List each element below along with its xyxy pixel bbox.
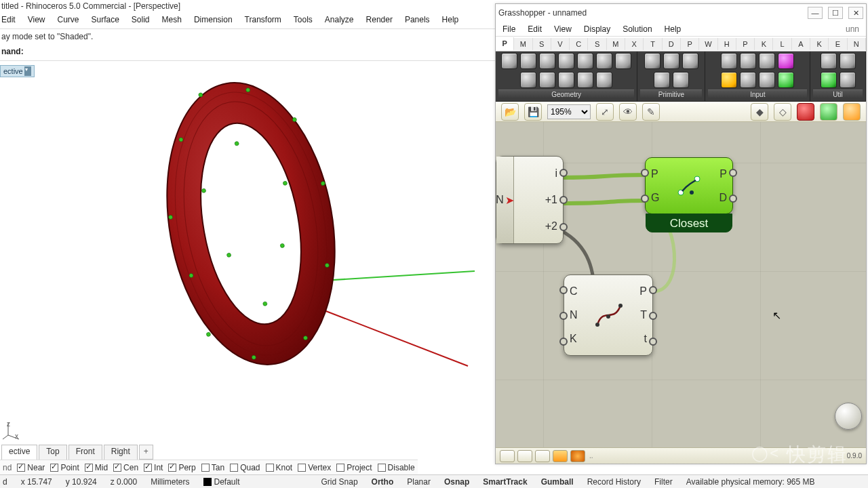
mini-button[interactable] xyxy=(500,450,515,462)
gh-menu-view[interactable]: View xyxy=(554,24,572,34)
ribbon-tool[interactable] xyxy=(821,72,837,88)
viewport-tab-perspective[interactable]: ective xyxy=(1,445,37,460)
ribbon-tool[interactable] xyxy=(615,53,631,69)
window-minimize-button[interactable]: — xyxy=(808,7,823,19)
ribbon-tool[interactable] xyxy=(663,53,679,69)
rhino-command-prompt[interactable]: nand: xyxy=(0,44,495,61)
viewport-tab-add[interactable]: + xyxy=(139,445,153,460)
ribbon-tool[interactable] xyxy=(539,53,555,69)
gh-titlebar[interactable]: Grasshopper - unnamed — ☐ ✕ xyxy=(496,4,866,22)
ribbon-tool[interactable] xyxy=(759,72,775,88)
ribbon-tool[interactable] xyxy=(778,72,794,88)
perspective-viewport[interactable] xyxy=(0,81,495,437)
menu-dimension[interactable]: Dimension xyxy=(194,15,233,24)
menu-edit[interactable]: Edit xyxy=(1,15,16,24)
ribbon-tool[interactable] xyxy=(840,72,856,88)
menu-mesh[interactable]: Mesh xyxy=(162,15,182,24)
osnap-vertex[interactable]: Vertex xyxy=(298,463,331,472)
sketch-button[interactable]: ✎ xyxy=(642,103,660,121)
gh-tab[interactable]: M xyxy=(514,38,532,50)
viewport-tab-top[interactable]: Top xyxy=(39,445,66,460)
osnap-knot[interactable]: Knot xyxy=(266,463,293,472)
gh-canvas[interactable]: N ➤ i +1 +2 P G P D xyxy=(496,122,866,450)
window-maximize-button[interactable]: ☐ xyxy=(828,7,843,19)
gh-tab[interactable]: C xyxy=(570,38,588,50)
output-plus1[interactable]: +1 xyxy=(528,194,557,206)
ribbon-tool[interactable] xyxy=(721,72,737,88)
toggle-osnap[interactable]: Osnap xyxy=(444,477,469,487)
preview-off-button[interactable] xyxy=(797,103,814,121)
ribbon-tool[interactable] xyxy=(539,72,555,88)
osnap-tan[interactable]: Tan xyxy=(201,463,224,472)
preview-mesh-button[interactable]: ◆ xyxy=(751,103,768,121)
viewport-tab-front[interactable]: Front xyxy=(68,445,102,460)
menu-panels[interactable]: Panels xyxy=(405,15,430,24)
output-p2[interactable]: P xyxy=(635,285,647,298)
ribbon-tool[interactable] xyxy=(577,53,593,69)
status-layer[interactable]: Default xyxy=(203,477,240,487)
component-curve-eval[interactable]: C N K P T t xyxy=(564,274,653,356)
solver-button[interactable] xyxy=(843,103,861,121)
window-close-button[interactable]: ✕ xyxy=(848,7,863,19)
gh-tab[interactable]: A xyxy=(792,38,810,50)
toggle-gridsnap[interactable]: Grid Snap xyxy=(321,477,358,487)
ribbon-tool[interactable] xyxy=(501,53,517,69)
gh-menu-display[interactable]: Display xyxy=(584,24,610,34)
ribbon-tool[interactable] xyxy=(840,53,856,69)
gh-menu-solution[interactable]: Solution xyxy=(623,24,652,34)
gh-tab[interactable]: M xyxy=(607,38,625,50)
output-i[interactable]: i xyxy=(528,167,557,180)
menu-transform[interactable]: Transform xyxy=(245,15,281,24)
osnap-int[interactable]: Int xyxy=(144,463,163,472)
gh-tab[interactable]: W xyxy=(699,38,717,50)
toggle-recordhistory[interactable]: Record History xyxy=(587,477,641,487)
ribbon-tool[interactable] xyxy=(740,53,756,69)
osnap-mid[interactable]: Mid xyxy=(85,463,108,472)
gh-tab[interactable]: L xyxy=(773,38,791,50)
ribbon-tool[interactable] xyxy=(673,72,689,88)
osnap-near[interactable]: Near xyxy=(17,463,45,472)
toggle-gumball[interactable]: Gumball xyxy=(541,477,574,487)
gh-menu-file[interactable]: File xyxy=(502,24,515,34)
ribbon-tool[interactable] xyxy=(682,53,698,69)
toggle-planar[interactable]: Planar xyxy=(407,477,431,487)
zoom-extents-button[interactable]: ⤢ xyxy=(596,103,614,121)
osnap-perp[interactable]: Perp xyxy=(168,463,195,472)
ribbon-tool[interactable] xyxy=(721,53,737,69)
mini-button[interactable] xyxy=(570,450,585,462)
menu-render[interactable]: Render xyxy=(366,15,393,24)
output-p[interactable]: P xyxy=(715,168,727,180)
ribbon-tool[interactable] xyxy=(577,72,593,88)
ribbon-tool[interactable] xyxy=(740,72,756,88)
gh-tab[interactable]: D xyxy=(663,38,681,50)
component-closest-point[interactable]: P G P D Closest xyxy=(645,157,733,214)
mini-button[interactable] xyxy=(553,450,568,462)
open-button[interactable]: 📂 xyxy=(501,103,519,121)
gh-tab[interactable]: S xyxy=(533,38,551,50)
toggle-smarttrack[interactable]: SmartTrack xyxy=(483,477,527,487)
gh-tab[interactable]: E xyxy=(829,38,847,50)
gh-tab[interactable]: P xyxy=(496,37,514,51)
component-relative-item[interactable]: N ➤ i +1 +2 xyxy=(496,156,564,244)
gh-tab[interactable]: T xyxy=(644,38,662,50)
ribbon-tool[interactable] xyxy=(596,72,612,88)
canvas-compass-icon[interactable] xyxy=(835,403,862,430)
gh-menu-edit[interactable]: Edit xyxy=(528,24,542,34)
menu-tools[interactable]: Tools xyxy=(294,15,313,24)
toggle-ortho[interactable]: Ortho xyxy=(372,477,394,487)
status-units[interactable]: Millimeters xyxy=(151,477,189,487)
mini-button[interactable] xyxy=(535,450,550,462)
ribbon-tool[interactable] xyxy=(520,72,536,88)
output-plus2[interactable]: +2 xyxy=(528,220,557,232)
osnap-point[interactable]: Point xyxy=(50,463,79,472)
ribbon-tool[interactable] xyxy=(558,53,574,69)
viewport-name-dropdown[interactable]: ective xyxy=(0,65,35,77)
osnap-quad[interactable]: Quad xyxy=(230,463,260,472)
menu-view[interactable]: View xyxy=(28,15,45,24)
mini-button[interactable] xyxy=(517,450,532,462)
gh-tab[interactable]: H xyxy=(718,38,736,50)
menu-help[interactable]: Help xyxy=(442,15,459,24)
ribbon-tool[interactable] xyxy=(644,53,660,69)
output-t-lower[interactable]: t xyxy=(635,333,647,345)
recompute-button[interactable] xyxy=(820,103,837,121)
